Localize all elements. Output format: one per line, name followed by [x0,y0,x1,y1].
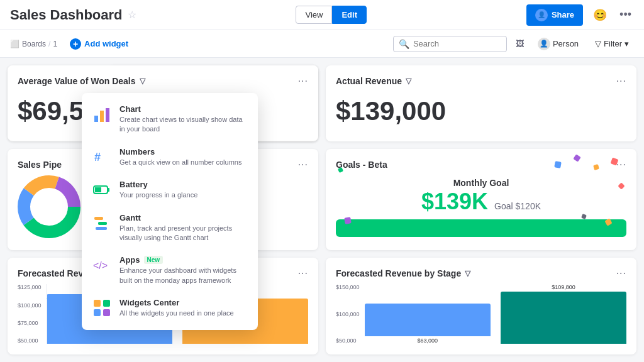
dropdown-item-desc-apps: Enhance your dashboard with widgets buil… [119,266,248,285]
widget-actual-revenue-menu[interactable]: ··· [616,75,626,87]
add-widget-button[interactable]: + Add widget [65,36,133,52]
widget-rev-month-menu[interactable]: ··· [298,268,308,279]
widget-goals-header: Goals - Beta ··· [336,159,626,170]
widget-rev-stage-menu[interactable]: ··· [616,268,626,279]
widget-rev-stage-title: Forecasted Revenue by Stage ▽ [336,268,470,278]
share-button[interactable]: 👤 Share [526,4,583,26]
dropdown-item-text-battery: Battery Your progress in a glance [119,180,248,200]
widget-goals-title: Goals - Beta [336,160,387,170]
svg-point-18 [24,182,74,232]
dropdown-item-gantt[interactable]: Gantt Plan, track and present your proje… [82,207,258,250]
svg-rect-0 [94,116,98,122]
svg-text:#: # [94,151,101,163]
dropdown-item-icon-widgets-center [92,298,112,318]
bar-stage-2: $109,800 [501,284,626,344]
svg-rect-12 [103,300,110,307]
stage-y-axis-labels: $150,000 $100,000 $50,000 [336,284,362,344]
bar-stage-1-bar [365,304,491,336]
svg-rect-6 [108,188,109,192]
header-center: View Edit [296,6,367,24]
header-right: 👤 Share 😊 ••• [526,4,634,26]
image-icon-button[interactable]: 🖼 [513,36,526,51]
header-left: Sales Dashboard ☆ [10,7,136,23]
rev-stage-filter-icon[interactable]: ▽ [465,269,470,278]
svg-rect-14 [103,309,110,316]
dropdown-item-title-battery: Battery [119,180,248,189]
y-axis-labels: $125,000 $100,000 $75,000 $50,000 [18,284,44,344]
y-label-4: $50,000 [18,337,42,344]
person-icon: 👤 [538,38,550,50]
y-label-2: $100,000 [18,302,42,309]
stage-bar-chart-bars: $63,000 $109,800 [365,284,626,344]
dropdown-item-title-apps: AppsNew [119,255,248,265]
share-avatar: 👤 [535,9,548,21]
target-line [47,299,47,299]
page-title: Sales Dashboard [10,7,123,23]
dropdown-item-title-widgets-center: Widgets Center [119,298,248,307]
y-label-1: $125,000 [18,284,42,290]
dropdown-item-text-widgets-center: Widgets Center All the widgets you need … [119,298,248,318]
svg-rect-9 [96,227,107,230]
dropdown-item-desc-numbers: Get a quick view on all number columns [119,158,248,167]
bar-stage-1-label: $63,000 [417,337,438,344]
widget-avg-won-menu[interactable]: ··· [298,75,308,87]
dropdown-item-desc-battery: Your progress in a glance [119,190,248,200]
svg-rect-13 [94,309,101,316]
widget-actual-revenue: Actual Revenue ▽ ··· $139,000 [326,65,636,141]
svg-rect-11 [94,300,101,307]
dropdown-item-chart[interactable]: Chart Create chart views to visually sho… [82,98,258,141]
person-button[interactable]: 👤 Person [533,35,584,53]
add-widget-dropdown: Chart Create chart views to visually sho… [82,93,258,330]
star-icon[interactable]: ☆ [128,9,136,21]
dropdown-item-title-chart: Chart [119,104,248,114]
widget-goals: Goals - Beta ··· Monthly Goal $139K Goal… [326,149,636,251]
goals-amount: $139K [421,190,488,213]
breadcrumb-separator: / [48,40,50,48]
svg-rect-1 [100,111,104,122]
emoji-button[interactable]: 😊 [591,6,609,25]
widget-goals-menu[interactable]: ··· [616,159,626,170]
y-axis-line [47,284,47,344]
toolbar-right: 🔍 🖼 👤 Person ▽ Filter ▾ [393,35,634,53]
stage-y-label-3: $50,000 [336,337,360,344]
dropdown-item-icon-gantt [92,213,112,233]
dropdown-item-battery[interactable]: Battery Your progress in a glance [82,173,258,206]
filter-button[interactable]: ▽ Filter ▾ [590,36,634,51]
widget-pipeline-menu[interactable]: ··· [298,159,308,170]
widget-actual-revenue-header: Actual Revenue ▽ ··· [336,75,626,87]
widget-rev-by-stage: Forecasted Revenue by Stage ▽ ··· $150,0… [326,258,636,354]
dropdown-item-icon-battery [92,180,112,200]
dropdown-item-desc-widgets-center: All the widgets you need in one place [119,309,248,318]
stage-y-label-1: $150,000 [336,284,360,290]
svg-rect-2 [106,108,109,122]
dropdown-item-apps[interactable]: </> AppsNew Enhance your dashboard with … [82,249,258,292]
search-icon: 🔍 [399,39,409,49]
svg-rect-7 [94,217,103,220]
breadcrumb-number: 1 [53,40,57,48]
dropdown-item-text-numbers: Numbers Get a quick view on all number c… [119,147,248,167]
view-button[interactable]: View [296,6,332,24]
actual-revenue-filter-icon[interactable]: ▽ [406,77,411,85]
bar-stage-2-bar [501,292,626,344]
dropdown-item-icon-chart [92,104,112,124]
dropdown-item-title-numbers: Numbers [119,147,248,156]
dropdown-item-widgets-center[interactable]: Widgets Center All the widgets you need … [82,292,258,324]
widget-actual-revenue-title: Actual Revenue ▽ [336,76,411,86]
edit-button[interactable]: Edit [332,6,367,24]
dropdown-item-text-chart: Chart Create chart views to visually sho… [119,104,248,134]
search-input[interactable] [413,39,501,48]
more-button[interactable]: ••• [617,6,634,24]
avg-won-filter-icon[interactable]: ▽ [140,77,145,85]
goals-content: Monthly Goal $139K Goal $120K [336,175,626,239]
filter-icon: ▽ [595,39,601,48]
dropdown-item-icon-apps: </> [92,255,112,275]
plus-icon: + [70,38,81,50]
breadcrumb-boards[interactable]: Boards [22,40,46,48]
dropdown-item-numbers[interactable]: # Numbers Get a quick view on all number… [82,141,258,173]
bar-stage-2-top-label: $109,800 [552,284,575,290]
dropdown-item-desc-gantt: Plan, track and present your projects vi… [119,224,248,243]
breadcrumb-icon: ⬜ [10,40,19,48]
breadcrumb: ⬜ Boards / 1 [10,40,57,48]
y-label-3: $75,000 [18,320,42,326]
goals-monthly-label: Monthly Goal [336,178,626,188]
